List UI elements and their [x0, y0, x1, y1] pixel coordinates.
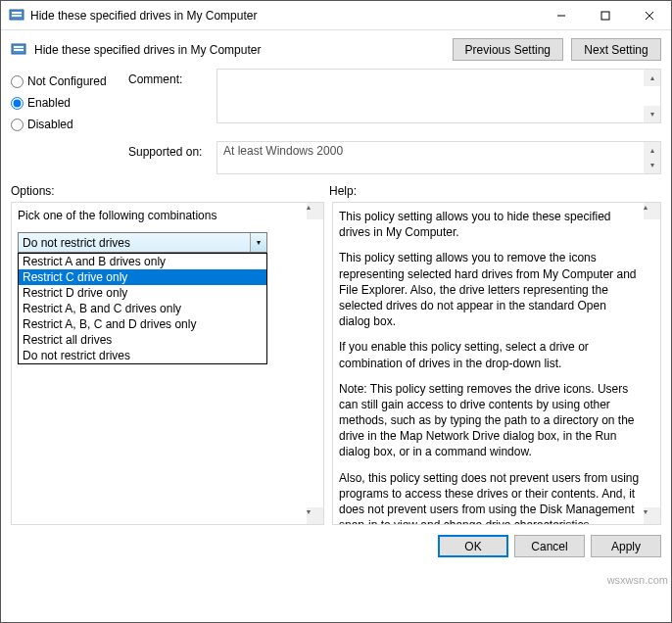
dialog-footer: OK Cancel Apply: [1, 525, 671, 567]
help-p: Also, this policy setting does not preve…: [339, 470, 641, 525]
radio-disabled[interactable]: Disabled: [11, 114, 128, 135]
supported-value: At least Windows 2000: [223, 144, 343, 158]
ok-button[interactable]: OK: [438, 535, 508, 557]
drive-combo-item[interactable]: Restrict A, B and C drives only: [19, 301, 266, 316]
help-p: This policy setting allows you to hide t…: [339, 209, 641, 240]
scroll-down-icon[interactable]: ▾: [644, 507, 660, 524]
drive-combo-list[interactable]: Restrict A and B drives onlyRestrict C d…: [18, 253, 267, 364]
radio-disabled-input[interactable]: [11, 119, 24, 131]
radio-enabled-label: Enabled: [27, 96, 71, 110]
help-p: This policy setting allows you to remove…: [339, 250, 641, 329]
cancel-button[interactable]: Cancel: [514, 535, 585, 557]
svg-rect-9: [14, 49, 24, 51]
radio-not-configured-label: Not Configured: [27, 74, 107, 88]
svg-rect-1: [12, 12, 22, 14]
help-p: If you enable this policy setting, selec…: [339, 339, 641, 370]
policy-icon: [11, 42, 26, 58]
radio-not-configured-input[interactable]: [11, 75, 24, 88]
radio-enabled[interactable]: Enabled: [11, 92, 128, 114]
header: Hide these specified drives in My Comput…: [1, 30, 671, 69]
help-label: Help:: [329, 184, 661, 198]
drive-combo-item[interactable]: Do not restrict drives: [19, 348, 266, 363]
comment-textarea[interactable]: ▴ ▾: [216, 69, 661, 123]
svg-rect-2: [12, 15, 22, 17]
drive-combo[interactable]: Do not restrict drives ▾ Restrict A and …: [18, 232, 267, 253]
next-setting-button[interactable]: Next Setting: [571, 38, 661, 61]
app-icon: [9, 8, 24, 24]
scroll-down-icon[interactable]: ▾: [307, 507, 323, 524]
help-panel: This policy setting allows you to hide t…: [332, 202, 661, 525]
scroll-up-icon[interactable]: ▴: [644, 203, 660, 219]
close-button[interactable]: [627, 1, 671, 29]
minimize-button[interactable]: [539, 1, 583, 29]
maximize-button[interactable]: [583, 1, 627, 29]
drive-combo-item[interactable]: Restrict C drive only: [19, 269, 266, 285]
radio-enabled-input[interactable]: [11, 97, 24, 110]
watermark: wsxwsn.com: [607, 574, 668, 586]
radio-not-configured[interactable]: Not Configured: [11, 71, 128, 92]
radio-disabled-label: Disabled: [27, 118, 73, 131]
apply-button[interactable]: Apply: [591, 535, 661, 557]
supported-text: At least Windows 2000 ▴ ▾: [216, 141, 661, 174]
scroll-up-icon[interactable]: ▴: [644, 70, 660, 86]
drive-combo-selected: Do not restrict drives: [19, 233, 250, 252]
policy-title: Hide these specified drives in My Comput…: [34, 43, 445, 57]
drive-combo-item[interactable]: Restrict D drive only: [19, 285, 266, 301]
title-bar: Hide these specified drives in My Comput…: [1, 1, 671, 30]
options-panel: Pick one of the following combinations D…: [11, 202, 324, 525]
scroll-up-icon[interactable]: ▴: [307, 203, 323, 219]
help-p: Note: This policy setting removes the dr…: [339, 381, 641, 460]
drive-combo-item[interactable]: Restrict A and B drives only: [19, 254, 266, 269]
svg-rect-8: [14, 46, 24, 48]
state-radios: Not Configured Enabled Disabled: [11, 69, 128, 135]
svg-rect-4: [601, 12, 609, 20]
drive-combo-item[interactable]: Restrict all drives: [19, 332, 266, 348]
comment-label: Comment:: [128, 69, 216, 86]
combo-label: Pick one of the following combinations: [18, 209, 317, 222]
drive-combo-item[interactable]: Restrict A, B, C and D drives only: [19, 316, 266, 332]
supported-label: Supported on:: [128, 141, 216, 174]
scroll-down-icon[interactable]: ▾: [644, 106, 660, 122]
options-label: Options:: [11, 184, 329, 198]
window-title: Hide these specified drives in My Comput…: [30, 9, 539, 23]
chevron-down-icon[interactable]: ▾: [250, 233, 266, 252]
previous-setting-button[interactable]: Previous Setting: [453, 38, 563, 61]
scroll-down-icon[interactable]: ▾: [644, 157, 660, 173]
